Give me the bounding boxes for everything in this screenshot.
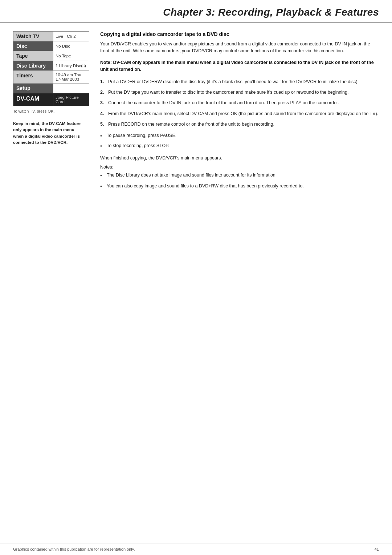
bullet-1-text: To pause recording, press PAUSE. [107,132,176,140]
step-1-text: Put a DVD+R or DVD+RW disc into the disc… [108,78,379,85]
menu-item-tape-value: No Tape [53,51,89,61]
menu-item-disclibrary-name: Disc Library [13,61,53,70]
step-1-number: 1. [100,78,108,85]
menu-item-setup-value [53,84,89,93]
menu-item-watchtv-value: Live - Ch 2 [53,32,89,41]
footer: Graphics contained within this publicati… [0,543,392,555]
menu-row-disclibrary: Disc Library 1 Library Disc(s) [13,61,89,71]
menu-item-timers-value: 10:49 am Thu 17-Mar 2003 [53,71,89,83]
step-5-text: Press RECORD on the remote control or on… [108,121,379,128]
footer-page-number: 41 [375,547,379,551]
sidebar-caption: Keep in mind, the DV-CAM feature only ap… [13,121,86,146]
step-5-number: 5. [100,121,108,128]
step-3-number: 3. [100,100,108,106]
bullet-2-dot: • [100,142,107,150]
note-2-text: You can also copy image and sound files … [107,183,304,191]
steps-list: 1. Put a DVD+R or DVD+RW disc into the d… [100,78,379,128]
note-2-dot: • [100,183,107,191]
section-title: Copying a digital video camcorder tape t… [100,31,379,37]
bullet-1-dot: • [100,132,107,140]
note-bold: Note: DV-CAM only appears in the main me… [100,59,379,73]
step-3-text: Connect the camcorder to the DV IN jack … [108,100,379,106]
menu-item-dvcam-value: Jpeg Picture Card [53,93,89,106]
sidebar: Watch TV Live - Ch 2 Disc No Disc Tape N… [13,31,89,194]
menu-row-dvcam: DV-CAM Jpeg Picture Card [13,93,89,106]
notes-list: • The Disc Library does not take image a… [100,172,379,190]
menu-row-timers: Timers 10:49 am Thu 17-Mar 2003 [13,71,89,84]
menu-row-watchtv: Watch TV Live - Ch 2 [13,32,89,41]
chapter-title: Chapter 3: Recording, Playback & Feature… [163,7,379,18]
menu-item-disc-name: Disc [13,41,53,51]
menu-item-timers-name: Timers [13,71,53,83]
intro-text: Your DVD/VCR enables you to view and/or … [100,41,379,55]
step-2: 2. Put the DV tape you want to transfer … [100,89,379,96]
menu-table: Watch TV Live - Ch 2 Disc No Disc Tape N… [13,31,89,106]
bullet-1: • To pause recording, press PAUSE. [100,132,379,140]
chapter-header: Chapter 3: Recording, Playback & Feature… [0,0,392,23]
menu-item-watchtv-name: Watch TV [13,32,53,41]
footer-left: Graphics contained within this publicati… [13,547,135,551]
menu-row-setup: Setup [13,84,89,93]
bullet-2: • To stop recording, press STOP. [100,142,379,150]
step-5: 5. Press RECORD on the remote control or… [100,121,379,128]
step-4-text: From the DVD/VCR's main menu, select DV-… [108,110,379,117]
step-2-text: Put the DV tape you want to transfer to … [108,89,379,96]
menu-item-tape-name: Tape [13,51,53,61]
step-2-number: 2. [100,89,108,96]
note-1-text: The Disc Library does not take image and… [107,172,277,180]
step-3: 3. Connect the camcorder to the DV IN ja… [100,100,379,106]
finished-text: When finished copying, the DVD/VCR's mai… [100,155,379,162]
step-4: 4. From the DVD/VCR's main menu, select … [100,110,379,117]
bullet-list: • To pause recording, press PAUSE. • To … [100,132,379,150]
note-1-dot: • [100,172,107,180]
note-2: • You can also copy image and sound file… [100,183,379,191]
menu-item-setup-name: Setup [13,84,53,93]
note-1: • The Disc Library does not take image a… [100,172,379,180]
menu-note: To watch TV, press OK. [13,108,89,114]
menu-row-tape: Tape No Tape [13,51,89,61]
step-4-number: 4. [100,110,108,117]
notes-label: Notes: [100,165,379,170]
main-content: Watch TV Live - Ch 2 Disc No Disc Tape N… [0,23,392,215]
step-1: 1. Put a DVD+R or DVD+RW disc into the d… [100,78,379,85]
menu-item-disclibrary-value: 1 Library Disc(s) [53,61,89,70]
menu-row-disc: Disc No Disc [13,41,89,51]
right-content: Copying a digital video camcorder tape t… [100,31,379,194]
menu-item-dvcam-name: DV-CAM [13,93,53,106]
bullet-2-text: To stop recording, press STOP. [107,142,170,150]
menu-item-disc-value: No Disc [53,41,89,51]
